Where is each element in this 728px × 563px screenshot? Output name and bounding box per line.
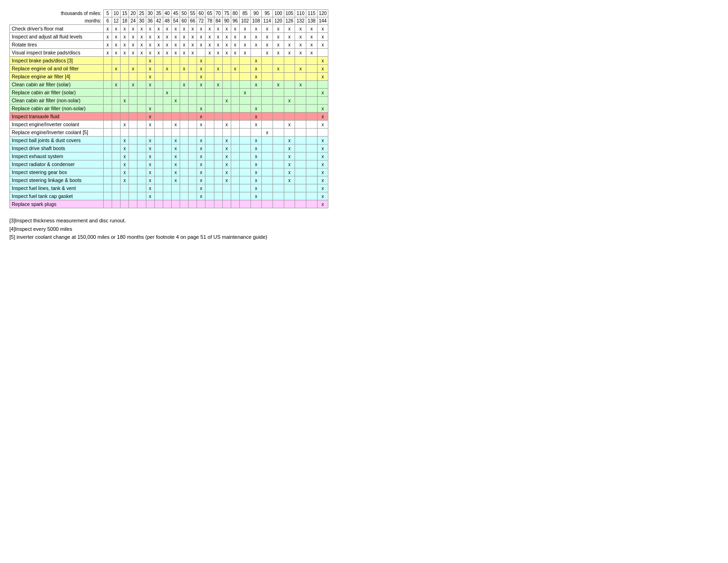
- cell-20-0: [104, 184, 112, 192]
- cell-16-13: [214, 152, 222, 160]
- cell-10-9: [180, 105, 189, 113]
- cell-0-19: x: [273, 25, 284, 33]
- cell-13-8: [171, 129, 180, 137]
- cell-14-20: x: [284, 137, 295, 145]
- months-label: months:: [10, 17, 104, 25]
- miles-col-85: 85: [239, 10, 250, 17]
- cell-7-17: x: [250, 81, 262, 89]
- cell-14-1: [112, 137, 121, 145]
- months-col-126: 126: [284, 17, 295, 25]
- months-col-102: 102: [239, 17, 250, 25]
- cell-0-1: x: [112, 25, 121, 33]
- cell-0-0: x: [104, 25, 112, 33]
- cell-19-18: [262, 176, 273, 184]
- cell-12-18: [262, 121, 273, 129]
- cell-18-21: [295, 168, 306, 176]
- cell-9-2: x: [121, 97, 129, 105]
- cell-9-6: [154, 97, 163, 105]
- cell-8-13: [214, 89, 222, 97]
- cell-12-6: [154, 121, 163, 129]
- cell-10-21: [295, 105, 306, 113]
- miles-col-70: 70: [214, 10, 222, 17]
- cell-7-9: x: [180, 81, 189, 89]
- cell-16-7: [163, 152, 171, 160]
- cell-22-23: x: [317, 200, 328, 208]
- cell-12-9: [180, 121, 189, 129]
- cell-12-19: [273, 121, 284, 129]
- cell-19-14: x: [222, 176, 231, 184]
- cell-11-1: [112, 113, 121, 121]
- cell-12-20: x: [284, 121, 295, 129]
- cell-21-12: [205, 192, 214, 200]
- cell-19-23: x: [317, 176, 328, 184]
- table-row: Clean cabin air filter (solar)xxxxxxxxx: [10, 81, 328, 89]
- cell-8-6: [154, 89, 163, 97]
- cell-14-12: [205, 137, 214, 145]
- cell-1-13: x: [214, 33, 222, 41]
- cell-20-16: [239, 184, 250, 192]
- cell-1-22: x: [306, 33, 318, 41]
- cell-22-13: [214, 200, 222, 208]
- cell-9-13: [214, 97, 222, 105]
- months-col-96: 96: [231, 17, 239, 25]
- cell-2-17: x: [250, 41, 262, 49]
- cell-3-7: x: [163, 49, 171, 57]
- cell-15-6: [154, 145, 163, 152]
- cell-9-19: [273, 97, 284, 105]
- cell-10-3: [129, 105, 137, 113]
- cell-3-0: x: [104, 49, 112, 57]
- cell-13-12: [205, 129, 214, 137]
- cell-1-0: x: [104, 33, 112, 41]
- cell-16-20: x: [284, 152, 295, 160]
- table-row: Inspect radiator & condenserxxxxxxxx: [10, 160, 328, 168]
- cell-0-2: x: [121, 25, 129, 33]
- cell-7-12: [205, 81, 214, 89]
- cell-21-13: [214, 192, 222, 200]
- cell-19-16: [239, 176, 250, 184]
- row-label-0: Check driver's floor mat: [10, 25, 104, 33]
- table-row: Inspect transaxle fluidxxxx: [10, 113, 328, 121]
- miles-col-100: 100: [273, 10, 284, 17]
- cell-6-8: [171, 73, 180, 81]
- cell-8-14: [222, 89, 231, 97]
- cell-3-6: x: [154, 49, 163, 57]
- cell-20-9: [180, 184, 189, 192]
- cell-16-5: x: [146, 152, 154, 160]
- cell-10-22: [306, 105, 318, 113]
- cell-10-13: [214, 105, 222, 113]
- cell-11-16: [239, 113, 250, 121]
- cell-18-7: [163, 168, 171, 176]
- cell-21-10: [189, 192, 197, 200]
- cell-6-20: [284, 73, 295, 81]
- months-col-36: 36: [146, 17, 154, 25]
- cell-4-14: [222, 57, 231, 65]
- miles-col-40: 40: [163, 10, 171, 17]
- cell-1-1: x: [112, 33, 121, 41]
- cell-17-13: [214, 160, 222, 168]
- cell-8-18: [262, 89, 273, 97]
- cell-12-2: x: [121, 121, 129, 129]
- cell-18-17: x: [250, 168, 262, 176]
- cell-5-5: x: [146, 65, 154, 73]
- cell-9-9: [180, 97, 189, 105]
- row-label-8: Replace cabin air filter (solar): [10, 89, 104, 97]
- cell-22-20: [284, 200, 295, 208]
- cell-18-8: x: [171, 168, 180, 176]
- cell-11-21: [295, 113, 306, 121]
- cell-4-16: [239, 57, 250, 65]
- cell-14-0: [104, 137, 112, 145]
- cell-22-18: [262, 200, 273, 208]
- cell-5-21: x: [295, 65, 306, 73]
- cell-4-10: [189, 57, 197, 65]
- cell-2-5: x: [146, 41, 154, 49]
- miles-col-30: 30: [146, 10, 154, 17]
- cell-10-19: [273, 105, 284, 113]
- cell-5-23: x: [317, 65, 328, 73]
- cell-12-15: [231, 121, 239, 129]
- miles-col-10: 10: [112, 10, 121, 17]
- cell-14-18: [262, 137, 273, 145]
- cell-5-15: x: [231, 65, 239, 73]
- cell-15-11: x: [197, 145, 205, 152]
- cell-5-2: [121, 65, 129, 73]
- cell-16-17: x: [250, 152, 262, 160]
